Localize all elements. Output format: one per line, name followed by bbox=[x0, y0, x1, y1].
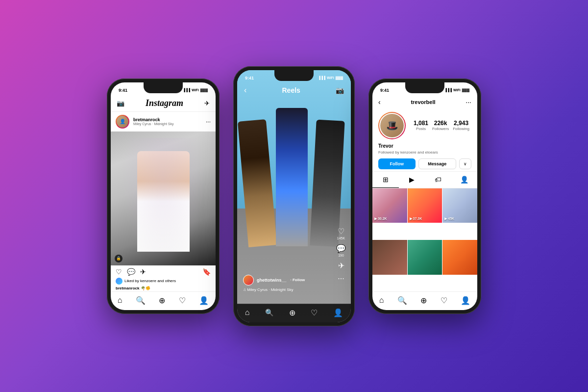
wifi-icon-3: WiFi bbox=[453, 88, 461, 92]
reels-avatar[interactable] bbox=[243, 275, 254, 286]
grid-item-4[interactable] bbox=[372, 240, 407, 275]
nav-profile-2[interactable]: 👤 bbox=[333, 308, 343, 317]
reels-share-action[interactable]: ✈ bbox=[338, 261, 344, 270]
ig-logo: Instagram bbox=[146, 98, 183, 108]
reels-back-icon[interactable]: ‹ bbox=[244, 86, 246, 95]
stat-followers-num: 226k bbox=[434, 120, 447, 127]
tab-tagged[interactable]: 🏷 bbox=[425, 172, 451, 188]
profile-buttons: Follow Message ∨ bbox=[372, 157, 477, 171]
signal-icon-2: ▐▐▐ bbox=[318, 76, 325, 79]
status-time-2: 9:41 bbox=[245, 76, 254, 80]
status-icons-3: ▐▐▐ WiFi ▓▓▓ bbox=[444, 88, 469, 92]
comment-icon[interactable]: 💬 bbox=[127, 268, 135, 276]
post-user-info: bretmanrock Miley Cyrus · Midnight Sky bbox=[133, 117, 202, 126]
battery-icon-2: ▓▓▓ bbox=[336, 76, 343, 79]
message-button[interactable]: Message bbox=[418, 158, 457, 169]
bookmark-icon[interactable]: 🔖 bbox=[202, 268, 211, 276]
nav-add-2[interactable]: ⊕ bbox=[289, 308, 295, 317]
reels-like-count: 145K bbox=[337, 236, 345, 240]
likes-avatar bbox=[116, 278, 122, 285]
grid-item-5[interactable] bbox=[408, 240, 442, 275]
post-image-content bbox=[111, 131, 216, 265]
notch-1 bbox=[144, 82, 183, 93]
stat-following-num: 2,943 bbox=[454, 120, 468, 127]
notch-2 bbox=[274, 70, 314, 81]
reels-title: Reels bbox=[282, 86, 300, 94]
battery-icon-3: ▓▓▓ bbox=[462, 88, 469, 92]
bottom-nav-2: ⌂ 🔍 ⊕ ♡ 👤 bbox=[237, 304, 351, 322]
reels-username[interactable]: ghettotwins__ bbox=[257, 278, 287, 283]
post-avatar-ring[interactable]: 👤 bbox=[116, 115, 129, 129]
reels-comment-action[interactable]: 💬 190 bbox=[336, 244, 346, 257]
nav-profile-3[interactable]: 👤 bbox=[461, 296, 470, 305]
like-icon[interactable]: ♡ bbox=[116, 268, 122, 276]
post-likes: Liked by kenzoere and others bbox=[111, 277, 216, 286]
phone-2-reels: 9:41 ▐▐▐ WiFi ▓▓▓ ‹ Reels 📷 ghettotwins_… bbox=[233, 66, 355, 326]
reels-comment-icon: 💬 bbox=[336, 244, 346, 253]
tab-grid[interactable]: ⊞ bbox=[372, 172, 399, 188]
reels-comment-count: 190 bbox=[338, 254, 344, 257]
nav-home-2[interactable]: ⌂ bbox=[245, 308, 250, 317]
grid-item-1[interactable]: ▶ 30.2K bbox=[372, 188, 407, 223]
dancer-2 bbox=[276, 108, 308, 247]
nav-heart-3[interactable]: ♡ bbox=[441, 296, 447, 305]
status-icons-1: ▐▐▐ WiFi ▓▓▓ bbox=[183, 88, 208, 92]
share-icon[interactable]: ✈ bbox=[140, 268, 146, 276]
grid-item-2[interactable]: ▶ 37.3K bbox=[408, 188, 442, 223]
wifi-icon: WiFi bbox=[192, 88, 199, 92]
reels-follow-text[interactable]: · Follow bbox=[291, 278, 305, 282]
stat-posts[interactable]: 1,081 Posts bbox=[414, 120, 428, 131]
stat-posts-num: 1,081 bbox=[414, 120, 428, 127]
nav-heart-2[interactable]: ♡ bbox=[311, 308, 318, 317]
lock-badge: 🔒 bbox=[115, 255, 122, 262]
tab-reels[interactable]: ▶ bbox=[399, 172, 425, 188]
profile-avatar-ring[interactable]: 🎩 bbox=[378, 112, 406, 139]
grid-item-3[interactable]: ▶ 45K bbox=[442, 188, 477, 223]
profile-back-icon[interactable]: ‹ bbox=[378, 98, 381, 106]
phone-1-instagram: 9:41 ▐▐▐ WiFi ▓▓▓ 📷 Instagram ✈ 👤 bbox=[107, 78, 220, 314]
nav-add-1[interactable]: ⊕ bbox=[159, 296, 165, 305]
status-icons-2: ▐▐▐ WiFi ▓▓▓ bbox=[318, 76, 343, 79]
nav-profile-1[interactable]: 👤 bbox=[199, 296, 209, 305]
profile-username-header: trevorbell bbox=[411, 99, 435, 105]
reels-like-action[interactable]: ♡ 145K bbox=[337, 227, 345, 240]
profile-tabs: ⊞ ▶ 🏷 👤 bbox=[372, 171, 477, 188]
nav-home-1[interactable]: ⌂ bbox=[118, 296, 122, 305]
follow-button[interactable]: Follow bbox=[378, 158, 416, 169]
reels-share-icon: ✈ bbox=[338, 261, 344, 270]
post-username[interactable]: bretmanrock bbox=[133, 117, 202, 123]
nav-heart-1[interactable]: ♡ bbox=[179, 296, 186, 305]
stat-following[interactable]: 2,943 Following bbox=[453, 120, 469, 131]
ig-header-icons: ✈ bbox=[204, 100, 210, 107]
phone-3-profile: 9:41 ▐▐▐ WiFi ▓▓▓ ‹ trevorbell ··· 🎩 bbox=[368, 78, 481, 314]
notch-3 bbox=[405, 82, 444, 93]
ig-header: 📷 Instagram ✈ bbox=[111, 96, 216, 112]
reels-music: ♫ Miley Cyrus · Midnight Sky bbox=[243, 287, 345, 292]
nav-home-3[interactable]: ⌂ bbox=[379, 296, 384, 305]
stat-following-label: Following bbox=[453, 127, 469, 131]
reels-camera-icon[interactable]: 📷 bbox=[336, 86, 344, 94]
bottom-nav-1: ⌂ 🔍 ⊕ ♡ 👤 bbox=[111, 291, 216, 310]
grid-play-3: ▶ 45K bbox=[444, 217, 454, 221]
bottom-nav-3: ⌂ 🔍 ⊕ ♡ 👤 bbox=[372, 291, 477, 310]
reels-header: ‹ Reels 📷 bbox=[237, 84, 351, 99]
stat-followers[interactable]: 226k Followers bbox=[432, 120, 449, 131]
likes-text: Liked by kenzoere and others bbox=[124, 279, 176, 283]
stat-followers-label: Followers bbox=[432, 127, 449, 131]
post-caption: bretmanrock 🌴✊ bbox=[111, 286, 216, 291]
nav-search-3[interactable]: 🔍 bbox=[397, 296, 407, 305]
nav-search-1[interactable]: 🔍 bbox=[136, 296, 146, 305]
post-more-icon[interactable]: ··· bbox=[206, 118, 211, 125]
wifi-icon-2: WiFi bbox=[327, 76, 334, 79]
nav-add-3[interactable]: ⊕ bbox=[420, 296, 427, 305]
profile-more-icon[interactable]: ··· bbox=[466, 98, 471, 106]
nav-search-2[interactable]: 🔍 bbox=[265, 309, 273, 316]
direct-icon[interactable]: ✈ bbox=[204, 100, 210, 107]
camera-icon[interactable]: 📷 bbox=[117, 100, 124, 107]
reels-user-row: ghettotwins__ · Follow bbox=[243, 275, 345, 286]
signal-icon-3: ▐▐▐ bbox=[444, 88, 452, 92]
battery-icon: ▓▓▓ bbox=[200, 88, 208, 92]
tab-saved[interactable]: 👤 bbox=[451, 172, 478, 188]
grid-item-6[interactable] bbox=[442, 240, 477, 275]
dropdown-button[interactable]: ∨ bbox=[459, 158, 471, 169]
